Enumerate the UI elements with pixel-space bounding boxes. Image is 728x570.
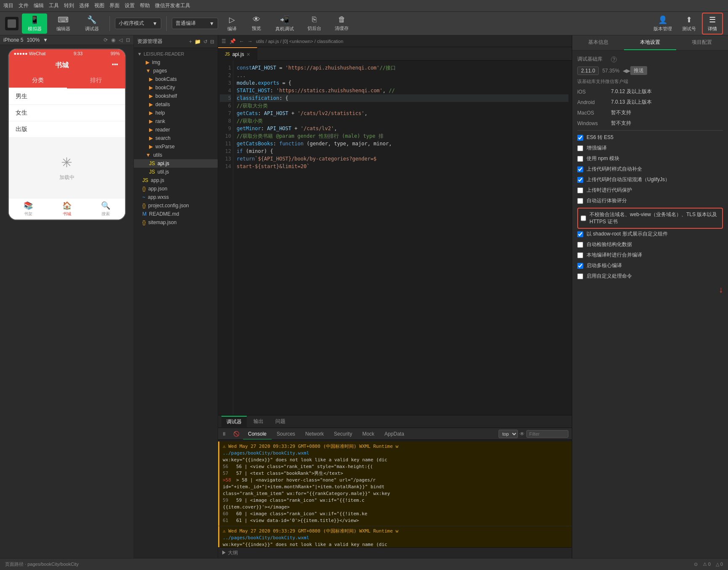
checkbox-0[interactable] <box>577 135 583 141</box>
debug-controls-icon[interactable]: ⏸ <box>218 431 230 437</box>
filetree-item-apijs[interactable]: JS api.js <box>134 159 218 168</box>
debug-entry-file-2[interactable]: ../pages/bookCity/bookCity.wxml <box>223 535 568 541</box>
editor-forward-icon[interactable]: → <box>248 38 253 44</box>
editor-button[interactable]: ⌨ 编辑器 <box>51 13 76 34</box>
debug-tab-output[interactable]: 输出 <box>248 416 269 427</box>
tab-close-button[interactable]: × <box>247 51 250 58</box>
preview-button[interactable]: 👁 预览 <box>246 13 267 33</box>
filetree-item-wxparse[interactable]: ▶ wxParse <box>134 142 218 151</box>
eye-icon[interactable]: 👁 <box>520 431 525 437</box>
checkbox-row-0[interactable]: ES6 转 ES5 <box>577 134 723 141</box>
collapse-icon[interactable]: ⊟ <box>210 39 214 45</box>
version-mgmt-button[interactable]: 👤 版本管理 <box>649 13 676 34</box>
right-tab-local[interactable]: 本地设置 <box>624 35 676 50</box>
checkbox-8[interactable] <box>577 231 583 237</box>
checkbox-9[interactable] <box>577 242 583 248</box>
checkbox-row-2[interactable]: 使用 npm 模块 <box>577 155 723 162</box>
menu-item-interface[interactable]: 界面 <box>109 2 120 9</box>
checkbox-7[interactable] <box>581 215 586 221</box>
phone-nav-search[interactable]: 🔍 搜索 <box>86 198 125 219</box>
debug-entry-file-1[interactable]: ../pages/bookCity/bookCity.wxml <box>223 450 568 456</box>
checkbox-row-9[interactable]: 自动检验结构化数据 <box>577 241 723 248</box>
filetree-item-utiljs[interactable]: JS util.js <box>134 168 218 176</box>
phone-category-publish[interactable]: 出版 <box>9 121 125 138</box>
checkbox-1[interactable] <box>577 145 583 151</box>
phone-category-male[interactable]: 男生 <box>9 88 125 105</box>
filetree-item-rank[interactable]: ▶ rank <box>134 117 218 126</box>
checkbox-5[interactable] <box>577 187 583 193</box>
menu-item-tools[interactable]: 工具 <box>49 2 59 9</box>
editor-menu-icon[interactable]: ☰ <box>221 38 226 44</box>
menu-item-help[interactable]: 帮助 <box>140 2 150 9</box>
code-area[interactable]: const API_HOST = 'https://api.zhuishushe… <box>233 61 572 415</box>
debug-tab-console[interactable]: 调试器 <box>221 416 247 427</box>
menu-item-goto[interactable]: 转到 <box>64 2 74 9</box>
checkbox-3[interactable] <box>577 166 583 172</box>
phone-category-female[interactable]: 女生 <box>9 105 125 121</box>
mode-dropdown[interactable]: 小程序模式 ▼ <box>115 18 161 29</box>
debug-top-select[interactable]: top <box>499 430 518 438</box>
zoom-dropdown-arrow[interactable]: ▼ <box>43 37 48 43</box>
checkbox-2[interactable] <box>577 156 583 162</box>
test-button[interactable]: ⬆ 测试号 <box>678 13 700 34</box>
expand-section[interactable]: ▶ 大纲 <box>218 547 572 558</box>
status-error-icon[interactable]: △ 0 <box>716 562 723 567</box>
filetree-item-appjson[interactable]: {} app.json <box>134 185 218 193</box>
menu-item-file[interactable]: 文件 <box>19 2 29 9</box>
filetree-item-appwxss[interactable]: ~ app.wxss <box>134 193 218 201</box>
filetree-item-bookshelf[interactable]: ▶ bookshelf <box>134 92 218 100</box>
detail-button[interactable]: ☰ 详情 <box>702 13 723 35</box>
menu-item-edit[interactable]: 编辑 <box>34 2 44 9</box>
checkbox-row-5[interactable]: 上传时进行代码保护 <box>577 187 723 194</box>
filetree-item-img[interactable]: ▶ img <box>134 58 218 67</box>
phone-nav-bookcity[interactable]: 🏠 书城 <box>48 198 86 219</box>
checkbox-row-6[interactable]: 自动运行体验评分 <box>577 197 723 204</box>
debugger-button[interactable]: 🔧 调试器 <box>79 13 104 34</box>
checkbox-row-1[interactable]: 增强编译 <box>577 145 723 152</box>
checkbox-12[interactable] <box>577 273 583 279</box>
menu-item-weixin[interactable]: 微信开发者工具 <box>155 2 190 9</box>
editor-back-icon[interactable]: ← <box>239 38 244 44</box>
debug-clear-icon[interactable]: 🚫 <box>230 431 243 437</box>
filetree-item-details[interactable]: ▶ details <box>134 100 218 109</box>
debug-filter-input[interactable] <box>526 430 568 438</box>
filetree-item-reader[interactable]: ▶ reader <box>134 126 218 134</box>
debug-section-console[interactable]: Console <box>243 428 272 440</box>
compile-dropdown[interactable]: 普通编译 ▼ <box>172 18 218 29</box>
status-warning-icon[interactable]: ⚠ 0 <box>703 562 711 567</box>
status-eye-icon[interactable]: ⊙ <box>694 562 698 567</box>
debug-section-mock[interactable]: Mock <box>357 428 379 440</box>
checkbox-row-7[interactable]: 不校验合法域名、web-view（业务域名）、TLS 版本以及 HTTPS 证书 <box>577 208 723 229</box>
right-tab-project[interactable]: 项目配置 <box>676 35 728 50</box>
home-icon[interactable]: ⊡ <box>126 37 130 43</box>
checkbox-10[interactable] <box>577 252 583 258</box>
debug-base-tooltip[interactable]: ? <box>611 56 617 62</box>
filetree-item-pages[interactable]: ▼ pages <box>134 67 218 75</box>
filetree-item-sitemap[interactable]: {} sitemap.json <box>134 218 218 227</box>
new-file-icon[interactable]: + <box>189 39 192 45</box>
checkbox-4[interactable] <box>577 177 583 183</box>
filetree-root-collapse[interactable]: ▼ LEISURE-READER <box>134 50 218 58</box>
menu-item-select[interactable]: 选择 <box>79 2 89 9</box>
back-icon[interactable]: ◁ <box>119 37 123 43</box>
audio-icon[interactable]: ◉ <box>111 37 115 43</box>
checkbox-row-3[interactable]: 上传代码时样式自动补全 <box>577 166 723 173</box>
phone-tab-rank[interactable]: 排行 <box>67 73 125 88</box>
right-tab-basic[interactable]: 基本信息 <box>572 35 624 50</box>
menu-item-settings[interactable]: 设置 <box>125 2 135 9</box>
debug-tab-problems[interactable]: 问题 <box>270 416 291 427</box>
version-arrow-right[interactable]: ▶ <box>627 68 630 74</box>
filetree-item-search[interactable]: ▶ search <box>134 134 218 142</box>
new-folder-icon[interactable]: 📁 <box>195 39 201 45</box>
cut-behind-button[interactable]: ⎘ 切后台 <box>302 13 326 33</box>
filetree-item-appjs[interactable]: JS app.js <box>134 176 218 185</box>
compile-button[interactable]: ▷ 编译 <box>221 13 243 34</box>
checkbox-row-12[interactable]: 启用自定义处理命令 <box>577 273 723 280</box>
refresh-icon[interactable]: ↺ <box>203 39 208 45</box>
filetree-item-bookcats[interactable]: ▶ bookCats <box>134 75 218 83</box>
real-machine-button[interactable]: 📲 真机调试 <box>270 13 299 34</box>
simulator-button[interactable]: 📱 模拟器 <box>22 13 47 34</box>
phone-tab-category[interactable]: 分类 <box>9 73 67 88</box>
editor-tab-apijs[interactable]: JS api.js × <box>218 47 257 61</box>
debug-section-security[interactable]: Security <box>329 428 357 440</box>
